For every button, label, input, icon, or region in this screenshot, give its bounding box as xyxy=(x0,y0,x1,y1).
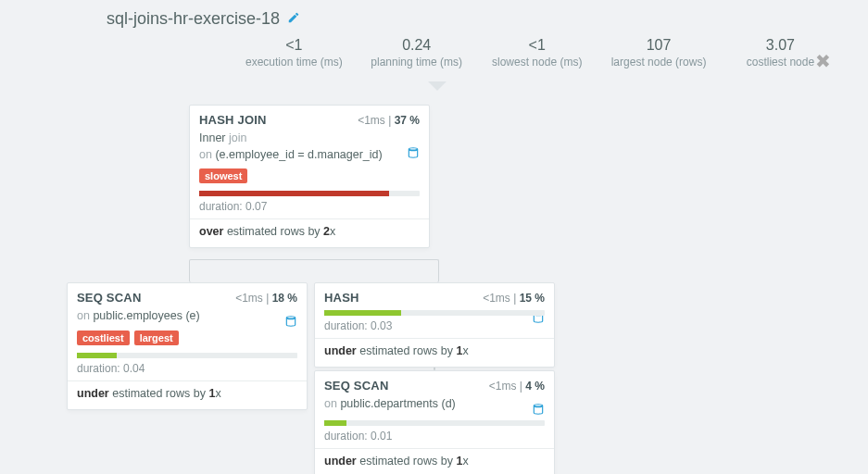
node-detail: on public.employees (e) xyxy=(77,308,297,325)
metric-largest-node: 107 largest node (rows) xyxy=(611,37,707,69)
plan-node-hash-join[interactable]: HASH JOIN <1ms | 37 % Inner join on (e.e… xyxy=(189,105,430,248)
node-detail: Inner join on (e.employee_id = d.manager… xyxy=(199,131,420,163)
node-duration: duration: 0.03 xyxy=(324,319,545,332)
edit-icon[interactable] xyxy=(287,9,300,29)
node-time: <1ms xyxy=(235,292,263,305)
cost-bar xyxy=(199,191,420,196)
database-icon[interactable] xyxy=(532,403,545,418)
database-icon[interactable] xyxy=(407,146,420,162)
badge-costliest: costliest xyxy=(77,331,130,345)
node-estimate: over estimated rows by 2x xyxy=(199,225,420,238)
metric-label: execution time (ms) xyxy=(245,56,343,69)
node-pct: 37 % xyxy=(395,114,420,127)
node-metrics: <1ms | 37 % xyxy=(358,114,420,127)
node-time: <1ms xyxy=(358,114,385,127)
metric-execution-time: <1 execution time (ms) xyxy=(245,37,343,69)
metric-label: slowest node (ms) xyxy=(491,56,584,69)
page-title: sql-joins-hr-exercise-18 xyxy=(107,9,280,29)
node-metrics: <1ms | 18 % xyxy=(235,292,297,305)
node-duration: duration: 0.04 xyxy=(77,362,297,375)
close-icon[interactable]: ✖ xyxy=(815,50,831,72)
metric-planning-time: 0.24 planning time (ms) xyxy=(371,37,463,69)
cost-bar xyxy=(324,420,545,426)
node-title: SEQ SCAN xyxy=(77,291,142,305)
metric-value: 107 xyxy=(611,37,707,54)
metric-value: 0.24 xyxy=(371,37,463,54)
node-estimate: under estimated rows by 1x xyxy=(324,455,545,468)
node-time: <1ms xyxy=(489,380,517,393)
badge-largest: largest xyxy=(134,331,179,345)
node-metrics: <1ms | 15 % xyxy=(483,292,545,305)
metric-costliest-node: 3.07 costliest node xyxy=(734,37,826,69)
node-duration: duration: 0.01 xyxy=(324,430,545,443)
node-title: SEQ SCAN xyxy=(324,379,389,393)
tree-connector xyxy=(189,259,439,282)
node-pct: 18 % xyxy=(272,292,297,305)
metric-label: planning time (ms) xyxy=(371,56,463,69)
node-metrics: <1ms | 4 % xyxy=(489,380,545,393)
metric-label: largest node (rows) xyxy=(611,56,707,69)
page-title-row: sql-joins-hr-exercise-18 xyxy=(107,9,300,29)
badge-slowest: slowest xyxy=(199,168,247,183)
node-pct: 15 % xyxy=(520,292,545,305)
metric-value: <1 xyxy=(491,37,584,54)
metric-value: <1 xyxy=(245,37,343,54)
database-icon[interactable] xyxy=(284,315,297,331)
node-title: HASH xyxy=(324,291,359,305)
plan-node-hash[interactable]: HASH <1ms | 15 % duration: 0.03 under es… xyxy=(314,282,555,368)
metric-slowest-node: <1 slowest node (ms) xyxy=(491,37,584,69)
node-duration: duration: 0.07 xyxy=(199,200,420,213)
metric-label: costliest node xyxy=(734,56,826,69)
node-detail: on public.departments (d) xyxy=(324,396,545,413)
node-estimate: under estimated rows by 1x xyxy=(77,387,297,400)
plan-node-seq-scan-employees[interactable]: SEQ SCAN <1ms | 18 % on public.employees… xyxy=(67,282,308,410)
summary-pointer-icon xyxy=(428,81,447,91)
metric-value: 3.07 xyxy=(734,37,826,54)
node-time: <1ms xyxy=(483,292,510,305)
cost-bar xyxy=(324,310,545,316)
plan-node-seq-scan-departments[interactable]: SEQ SCAN <1ms | 4 % on public.department… xyxy=(314,370,555,474)
summary-bar: <1 execution time (ms) 0.24 planning tim… xyxy=(245,37,826,69)
node-pct: 4 % xyxy=(525,380,545,393)
node-title: HASH JOIN xyxy=(199,113,267,127)
cost-bar xyxy=(77,353,297,358)
node-estimate: under estimated rows by 1x xyxy=(324,344,545,357)
